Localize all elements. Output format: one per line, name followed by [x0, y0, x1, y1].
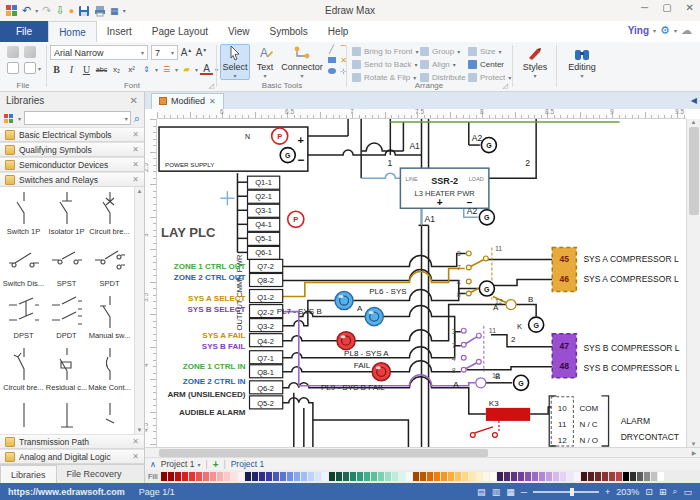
sys-b-compressor-block[interactable]: 47 48	[552, 334, 576, 378]
palette-swatch[interactable]	[315, 472, 321, 481]
palette-swatch[interactable]	[217, 472, 223, 481]
underline-button[interactable]: U	[80, 64, 93, 75]
palette-swatch[interactable]	[189, 472, 195, 481]
group-button[interactable]: Group▾	[420, 45, 472, 58]
fit-page-icon[interactable]: ⊡	[645, 487, 653, 497]
library-category-basic-electrical[interactable]: Basic Electrical Symbols✕	[0, 127, 144, 142]
connector-tool-button[interactable]: Connector▾	[280, 44, 324, 80]
font-size-select[interactable]: 7▾	[151, 45, 178, 60]
sys-a-compressor-block[interactable]: 45 46	[552, 247, 576, 291]
zoom-out-button[interactable]: ─	[521, 487, 527, 497]
line-spacing-button[interactable]: ⇕	[140, 65, 153, 74]
vertical-scrollbar[interactable]: ▲ ▼	[686, 119, 700, 447]
zoom-slider-thumb[interactable]	[570, 488, 574, 496]
strikethrough-button[interactable]: abc	[95, 66, 108, 73]
zoom-level[interactable]: 203%	[616, 487, 639, 497]
library-category-qualifying[interactable]: Qualifying Symbols✕	[0, 142, 144, 157]
tab-scroll-left-icon[interactable]: ◀	[691, 96, 697, 105]
library-category-transmission-path[interactable]: Transmission Path✕	[0, 434, 144, 449]
page-dropdown[interactable]: Project 1▾	[161, 459, 201, 469]
user-name[interactable]: Ying	[628, 25, 649, 36]
select-tool-button[interactable]: Select▾	[220, 44, 250, 80]
palette-swatch[interactable]	[588, 472, 594, 481]
palette-swatch[interactable]	[252, 472, 258, 481]
symbol-grid-scrollbar[interactable]: ▲ ▼	[134, 187, 144, 434]
library-category-semiconductor[interactable]: Semiconductor Devices✕	[0, 157, 144, 172]
palette-swatch[interactable]	[420, 472, 426, 481]
palette-swatch[interactable]	[392, 472, 398, 481]
library-picker-icon[interactable]	[4, 113, 15, 124]
palette-swatch[interactable]	[266, 472, 272, 481]
palette-swatch[interactable]	[231, 472, 237, 481]
palette-swatch[interactable]	[336, 472, 342, 481]
palette-swatch[interactable]	[581, 472, 587, 481]
scroll-right-icon[interactable]: ▶	[688, 449, 700, 456]
palette-swatch[interactable]	[399, 472, 405, 481]
magnifier-icon[interactable]: ⌕	[672, 486, 677, 497]
alarm-drycontact[interactable]: 10COM 11N / C 12N / O ALARM DRYCONTACT	[549, 396, 679, 446]
palette-swatch[interactable]	[483, 472, 489, 481]
collapse-pane-icon[interactable]: ∧	[150, 460, 156, 469]
eraser-icon[interactable]	[24, 46, 36, 58]
minimize-button[interactable]: ─	[641, 2, 648, 13]
symbol-item[interactable]: Isolator 1P	[45, 189, 88, 241]
palette-swatch[interactable]	[329, 472, 335, 481]
ssr2-box[interactable]: LINE LOAD SSR-2 L3 HEATER PWR + −	[400, 168, 489, 208]
library-picker-caret-icon[interactable]: ▾	[18, 115, 21, 122]
font-name-select[interactable]: Arial Narrow▾	[50, 45, 148, 60]
palette-swatch[interactable]	[455, 472, 461, 481]
palette-swatch[interactable]	[553, 472, 559, 481]
font-color-button[interactable]: A	[200, 63, 213, 75]
symbol-item[interactable]: DPDT	[45, 293, 88, 345]
palette-swatch[interactable]	[567, 472, 573, 481]
palette-swatch[interactable]	[448, 472, 454, 481]
palette-swatch[interactable]	[658, 472, 664, 481]
editing-button[interactable]: Editing▾	[562, 45, 602, 81]
tab-help[interactable]: Help	[318, 21, 359, 42]
tab-symbols[interactable]: Symbols	[260, 21, 318, 42]
page-tab-project1[interactable]: Project 1	[231, 459, 265, 469]
vertical-scroll-thumb[interactable]	[689, 127, 699, 215]
palette-swatch[interactable]	[609, 472, 615, 481]
category-close-icon[interactable]: ✕	[132, 145, 139, 154]
settings-caret-icon[interactable]: ▾	[674, 27, 677, 34]
shrink-font-button[interactable]: A▼	[195, 47, 208, 58]
palette-swatch[interactable]	[343, 472, 349, 481]
palette-swatch[interactable]	[175, 472, 181, 481]
bring-to-front-button[interactable]: Bring to Front▾	[352, 45, 418, 58]
palette-swatch[interactable]	[644, 472, 650, 481]
palette-swatch[interactable]	[427, 472, 433, 481]
rectangle-shape-icon[interactable]	[326, 56, 337, 66]
palette-swatch[interactable]	[441, 472, 447, 481]
palette-swatch[interactable]	[511, 472, 517, 481]
category-close-icon[interactable]: ✕	[132, 452, 139, 461]
palette-swatch[interactable]	[280, 472, 286, 481]
gear-icon[interactable]: ⚙	[660, 24, 670, 37]
palette-swatch[interactable]	[413, 472, 419, 481]
palette-swatch[interactable]	[238, 472, 244, 481]
horizontal-scrollbar[interactable]: ▶	[145, 447, 700, 457]
normal-view-icon[interactable]: ▤	[477, 487, 486, 497]
palette-swatch[interactable]	[364, 472, 370, 481]
palette-swatch[interactable]	[301, 472, 307, 481]
horizontal-scroll-thumb[interactable]	[159, 449, 488, 457]
superscript-button[interactable]: x²	[125, 65, 138, 74]
palette-swatch[interactable]	[378, 472, 384, 481]
symbol-item[interactable]: Circuit bre...	[88, 189, 131, 241]
palette-swatch[interactable]	[259, 472, 265, 481]
palette-swatch[interactable]	[602, 472, 608, 481]
search-icon[interactable]: ⌕	[134, 112, 140, 125]
palette-swatch[interactable]	[504, 472, 510, 481]
zoom-in-button[interactable]: +	[605, 487, 610, 497]
presentation-icon[interactable]: ▭	[683, 487, 692, 497]
palette-swatch[interactable]	[574, 472, 580, 481]
category-close-icon[interactable]: ✕	[132, 160, 139, 169]
tab-insert[interactable]: Insert	[97, 21, 142, 42]
palette-swatch[interactable]	[161, 472, 167, 481]
palette-swatch[interactable]	[469, 472, 475, 481]
tab-view[interactable]: View	[218, 21, 260, 42]
grow-font-button[interactable]: A▲	[180, 47, 193, 58]
palette-swatch[interactable]	[294, 472, 300, 481]
palette-swatch[interactable]	[357, 472, 363, 481]
center-button[interactable]: Center	[468, 58, 511, 71]
